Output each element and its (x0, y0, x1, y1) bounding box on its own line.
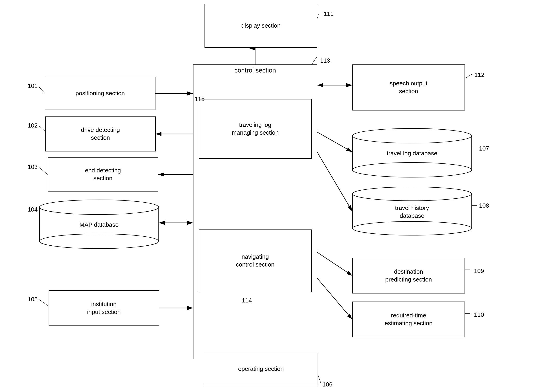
operating-section-label: operating section (238, 365, 284, 373)
svg-point-50 (352, 187, 472, 201)
svg-point-35 (39, 234, 159, 249)
svg-line-17 (465, 74, 472, 78)
travellog-database-svg: travel log database (352, 127, 472, 180)
display-section-box: display section (204, 4, 317, 48)
travelhistory-database-cylinder: travel history database (352, 185, 472, 237)
institution-section-box: institution input section (49, 290, 159, 326)
svg-line-25 (39, 167, 48, 174)
institution-section-label: institution input section (87, 300, 121, 316)
svg-point-49 (352, 221, 472, 235)
label-101: 101 (28, 82, 38, 89)
label-114: 114 (242, 297, 252, 304)
navigating-section-box: navigating control section (199, 229, 311, 292)
map-database-svg: MAP database (39, 198, 159, 251)
svg-text:travel history: travel history (395, 204, 429, 211)
label-113: 113 (320, 57, 330, 64)
destination-section-box: destination predicting section (352, 258, 465, 294)
required-section-label: required-time estimating section (385, 312, 433, 327)
svg-line-23 (39, 87, 45, 93)
traveling-section-label: traveling log managing section (232, 121, 279, 137)
diagram: display section control section speech o… (0, 0, 538, 392)
positioning-section-box: positioning section (45, 77, 156, 110)
end-section-box: end detecting section (48, 158, 158, 191)
svg-point-42 (352, 163, 472, 177)
navigating-section-label: navigating control section (236, 253, 274, 269)
label-102: 102 (28, 122, 38, 129)
display-section-label: display section (241, 22, 281, 30)
drive-section-label: drive detecting section (81, 126, 120, 142)
travelhistory-database-svg: travel history database (352, 185, 472, 237)
label-103: 103 (28, 163, 38, 171)
svg-point-43 (352, 128, 472, 143)
speech-section-box: speech output section (352, 65, 465, 111)
label-112: 112 (474, 71, 484, 79)
svg-line-24 (39, 126, 45, 131)
destination-section-label: destination predicting section (385, 268, 432, 284)
svg-line-15 (311, 272, 352, 319)
positioning-section-label: positioning section (76, 89, 125, 97)
label-108: 108 (479, 202, 489, 209)
traveling-section-box: traveling log managing section (199, 99, 311, 159)
control-section-label: control section (193, 67, 317, 74)
end-section-label: end detecting section (85, 167, 121, 182)
svg-line-14 (311, 249, 352, 275)
svg-text:database: database (400, 212, 425, 219)
label-115: 115 (195, 96, 204, 103)
operating-section-box: operating section (204, 353, 318, 385)
map-database-cylinder: MAP database (39, 198, 159, 251)
svg-line-13 (311, 143, 352, 211)
label-106: 106 (322, 381, 332, 388)
svg-text:travel log database: travel log database (387, 150, 437, 157)
svg-line-16 (317, 14, 319, 19)
label-107: 107 (479, 145, 489, 152)
svg-line-27 (39, 299, 49, 306)
svg-text:MAP database: MAP database (80, 221, 119, 228)
speech-section-label: speech output section (390, 80, 427, 95)
svg-line-12 (311, 129, 352, 152)
label-109: 109 (474, 267, 484, 275)
drive-section-box: drive detecting section (45, 117, 156, 151)
label-111: 111 (324, 10, 334, 18)
svg-line-28 (318, 375, 321, 384)
svg-point-36 (39, 200, 159, 215)
label-104: 104 (28, 206, 38, 213)
travellog-database-cylinder: travel log database (352, 127, 472, 180)
required-section-box: required-time estimating section (352, 302, 465, 337)
label-105: 105 (28, 296, 38, 303)
label-110: 110 (474, 311, 484, 318)
